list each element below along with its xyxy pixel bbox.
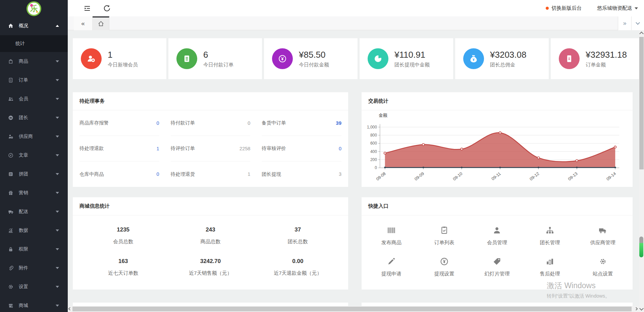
sidebar-item-marketing[interactable]: 营销 bbox=[0, 184, 68, 202]
quick-entry-withdrawal-request[interactable]: 提现申请 bbox=[365, 252, 418, 283]
stat-card-total-commission: ¥3203.08团长总佣金 bbox=[455, 38, 549, 79]
sidebar-item-label: 营销 bbox=[19, 190, 28, 196]
sidebar-item-members[interactable]: 会员 bbox=[0, 90, 68, 108]
svg-text:09-14: 09-14 bbox=[605, 171, 617, 180]
sidebar-item-suppliers[interactable]: 供应商 bbox=[0, 127, 68, 146]
logo-dot-pink bbox=[30, 4, 33, 7]
quick-entry-grid: 发布商品 订单列表 会员管理 团长管理 供应商管理 提现申请 bbox=[362, 215, 633, 290]
chevron-down-icon bbox=[56, 173, 59, 175]
stat-cards-row: 1今日新增会员 6今日付款订单 ¥85.50今日付款金额 ¥110.91团长提现… bbox=[73, 38, 639, 79]
sidebar-item-label: 配送 bbox=[19, 209, 28, 215]
quick-entry-leader-management[interactable]: 团长管理 bbox=[524, 220, 577, 252]
account-name: 悠乐城物资配送 bbox=[597, 5, 632, 11]
mall-info-panel: 商城信息统计 1235会员总数 243商品总数 37团长总数 163近七天订单数… bbox=[73, 197, 348, 290]
quick-entry-slideshow-management[interactable]: 幻灯片管理 bbox=[471, 252, 524, 283]
tabs-scroll-right-button[interactable]: » bbox=[618, 16, 631, 30]
pending-value[interactable]: 3 bbox=[339, 171, 341, 177]
quick-entry-member-management[interactable]: 会员管理 bbox=[471, 220, 524, 252]
pending-item-stock-alert[interactable]: 商品库存报警0 bbox=[79, 110, 159, 136]
pending-item-refunds[interactable]: 待处理退款1 bbox=[79, 136, 159, 161]
pending-item-returns[interactable]: 待处理退货1 bbox=[171, 161, 251, 187]
mall-stat-total-products: 243商品总数 bbox=[167, 220, 254, 252]
pending-grid: 商品库存报警0 待付款订单0 备货中订单39 待处理退款1 待评价订单2258 … bbox=[73, 110, 348, 187]
svg-text:1,000: 1,000 bbox=[367, 125, 377, 129]
stat-label: 团长总佣金 bbox=[490, 62, 526, 68]
quick-entry-withdrawal-settings[interactable]: 提现设置 bbox=[418, 252, 471, 283]
truck-icon bbox=[598, 226, 607, 235]
scroll-down-arrow-icon[interactable] bbox=[639, 306, 644, 311]
switch-new-admin-link[interactable]: 切换新版后台 bbox=[551, 5, 582, 11]
horizontal-scrollbar-thumb[interactable] bbox=[72, 307, 632, 311]
document-lines-icon bbox=[182, 54, 192, 64]
mall-stat-total-leaders: 37团长总数 bbox=[254, 220, 341, 252]
sidebar-item-label: 商城 bbox=[19, 303, 28, 309]
sidebar-item-group-leader[interactable]: 团长 bbox=[0, 108, 68, 127]
sidebar-item-label: 商品 bbox=[19, 58, 28, 64]
stat-label: 团长提现中金额 bbox=[394, 62, 430, 68]
pending-value[interactable]: 0 bbox=[157, 171, 159, 177]
compass-icon bbox=[8, 153, 13, 158]
quick-entry-order-list[interactable]: 订单列表 bbox=[418, 220, 471, 252]
pending-item-unpaid-orders[interactable]: 待付款订单0 bbox=[171, 110, 251, 136]
chevron-down-icon bbox=[56, 192, 59, 194]
pending-item-review-orders[interactable]: 待评价订单2258 bbox=[171, 136, 251, 161]
lock-icon bbox=[8, 247, 13, 252]
sidebar-item-delivery[interactable]: 配送 bbox=[0, 202, 68, 221]
mall-stat-week-sales: 3242.70近7天销售额（元） bbox=[167, 252, 254, 283]
stat-card-paid-amount: ¥85.50今日付款金额 bbox=[264, 38, 358, 79]
vertical-scrollbar[interactable] bbox=[639, 30, 644, 312]
receipt-icon bbox=[564, 54, 574, 64]
vertical-scrollbar-thumb[interactable] bbox=[639, 37, 644, 169]
tag-icon bbox=[492, 257, 501, 266]
sidebar-item-products[interactable]: 商品 bbox=[0, 52, 68, 71]
tabs-dropdown-button[interactable] bbox=[631, 16, 644, 30]
scroll-right-arrow-icon[interactable] bbox=[635, 307, 638, 311]
pending-value[interactable]: 0 bbox=[248, 120, 250, 126]
scroll-left-arrow-icon[interactable] bbox=[68, 307, 72, 311]
mall-stat-week-refunds: 0.00近7天退款金额（元） bbox=[254, 252, 341, 283]
pending-value[interactable]: 2258 bbox=[239, 146, 250, 151]
sidebar-item-orders[interactable]: 订单 bbox=[0, 71, 68, 90]
scroll-up-arrow-icon[interactable] bbox=[639, 32, 644, 36]
sidebar-item-mall[interactable]: 商城 bbox=[0, 296, 68, 312]
sitemap-icon bbox=[545, 226, 554, 235]
sidebar-item-overview[interactable]: 概况 bbox=[0, 16, 68, 35]
account-dropdown[interactable]: 悠乐城物资配送 bbox=[597, 5, 638, 11]
pending-value[interactable]: 1 bbox=[157, 146, 159, 151]
app-logo[interactable]: 乐 bbox=[0, 0, 68, 16]
store-icon bbox=[8, 303, 13, 308]
sidebar-item-data[interactable]: 数据 bbox=[0, 221, 68, 240]
inner-scroll-indicator[interactable] bbox=[639, 237, 643, 257]
pending-value[interactable]: 1 bbox=[248, 171, 250, 177]
pending-item-leader-withdrawal[interactable]: 团长提现3 bbox=[262, 161, 341, 187]
tabs-scroll-left-button[interactable]: « bbox=[74, 16, 93, 30]
panel-title: 待处理事务 bbox=[73, 92, 348, 110]
quick-entry-site-settings[interactable]: 站点设置 bbox=[576, 252, 629, 283]
chevron-down-icon bbox=[56, 229, 59, 231]
pending-item-review-audit[interactable]: 待审核评价0 bbox=[262, 136, 341, 161]
svg-text:800: 800 bbox=[370, 133, 377, 138]
stat-label: 今日付款金额 bbox=[299, 62, 329, 68]
sidebar-item-permissions[interactable]: 权限 bbox=[0, 240, 68, 259]
horizontal-scrollbar[interactable] bbox=[68, 306, 639, 312]
sidebar-item-articles[interactable]: 文章 bbox=[0, 146, 68, 165]
quick-entry-supplier-management[interactable]: 供应商管理 bbox=[576, 220, 629, 252]
sidebar-item-settings[interactable]: 设置 bbox=[0, 277, 68, 296]
main-content: 1今日新增会员 6今日付款订单 ¥85.50今日付款金额 ¥110.91团长提现… bbox=[68, 30, 639, 312]
sidebar-item-group-buy[interactable]: 拼 拼团 bbox=[0, 165, 68, 184]
chevron-down-icon bbox=[56, 117, 59, 119]
pending-value[interactable]: 0 bbox=[339, 146, 341, 151]
pending-value[interactable]: 39 bbox=[336, 120, 341, 126]
tab-home[interactable] bbox=[93, 16, 109, 30]
svg-text:09-11: 09-11 bbox=[491, 171, 502, 180]
refresh-icon[interactable] bbox=[103, 4, 111, 12]
sidebar-item-attachments[interactable]: 附件 bbox=[0, 259, 68, 277]
sidebar-item-statistics[interactable]: 统计 bbox=[0, 35, 68, 52]
chevron-down-icon bbox=[636, 20, 640, 25]
quick-entry-aftersales[interactable]: 售后处理 bbox=[524, 252, 577, 283]
pending-item-stocking-orders[interactable]: 备货中订单39 bbox=[262, 110, 341, 136]
quick-entry-publish-product[interactable]: 发布商品 bbox=[365, 220, 418, 252]
pending-item-warehouse-goods[interactable]: 仓库中商品0 bbox=[79, 161, 159, 187]
sidebar-toggle-icon[interactable] bbox=[83, 4, 91, 12]
pending-value[interactable]: 0 bbox=[157, 120, 159, 126]
